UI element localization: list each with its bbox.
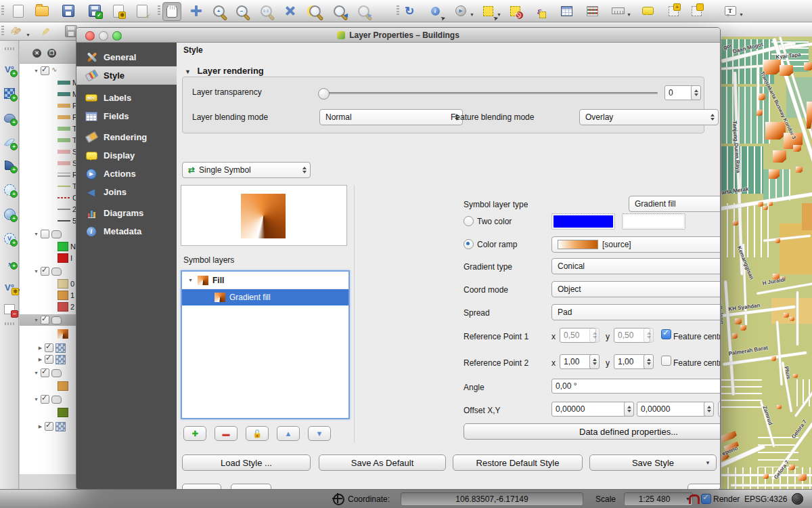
coord-mode-combo[interactable]: Object <box>551 281 721 297</box>
renderer-combo[interactable]: ⇄ Single Symbol <box>182 162 311 178</box>
legend-item-row[interactable] <box>20 380 76 391</box>
layer-group-row[interactable]: ▼ <box>20 394 76 405</box>
map-canvas[interactable]: gor Daan Mogot Kyai Tapa Transjakarta Bu… <box>721 37 812 489</box>
zoom-next-icon[interactable]: ▶ <box>355 2 372 20</box>
legend-item-row[interactable]: 0 <box>20 278 76 289</box>
layer-row-raster[interactable]: ▶ <box>20 342 76 354</box>
ref2-feature-centroid-checkbox[interactable] <box>661 356 671 366</box>
dialog-titlebar[interactable]: Layer Properties – Buildings <box>76 28 720 43</box>
symbol-layer-type-combo[interactable]: Gradient fill <box>629 196 721 212</box>
open-project-icon[interactable] <box>33 2 51 20</box>
zoom-actual-size-icon[interactable]: 1:1 <box>257 2 275 20</box>
tab-rendering[interactable]: Rendering <box>76 128 177 146</box>
field-calculator-icon[interactable] <box>583 2 601 20</box>
layer-group-row[interactable]: ▼∿ <box>20 65 76 77</box>
legend-item-row[interactable]: I <box>20 252 76 263</box>
ref1-x-stepper[interactable] <box>589 328 600 343</box>
add-symbol-layer-button[interactable]: ✚ <box>183 426 206 441</box>
legend-item-row[interactable]: M <box>20 77 76 88</box>
add-wms-layer-icon[interactable]: + <box>1 206 18 222</box>
add-spatialite-layer-icon[interactable]: + <box>1 134 18 150</box>
minimize-window-icon[interactable] <box>99 31 108 41</box>
data-defined-properties-button[interactable]: Data defined properties... <box>464 423 721 440</box>
color-ramp-radio[interactable] <box>464 239 474 249</box>
pan-map-icon[interactable] <box>162 2 181 21</box>
ref1-y-stepper[interactable] <box>644 328 654 343</box>
offset-x-stepper[interactable] <box>624 402 634 417</box>
legend-item-row[interactable]: T <box>20 180 76 192</box>
lock-symbol-layer-button[interactable]: 🔓 <box>246 426 269 441</box>
add-delimited-text-layer-icon[interactable]: ,+ <box>1 253 18 270</box>
angle-field[interactable]: 0,00 ° <box>551 379 721 394</box>
legend-item-row[interactable]: S <box>20 157 76 169</box>
save-project-as-icon[interactable]: ✓ <box>86 2 104 20</box>
expand-arrow-icon[interactable]: ▼ <box>187 278 194 282</box>
legend-item-row[interactable] <box>20 406 76 418</box>
legend-item-row[interactable]: 1 <box>20 289 76 301</box>
deselect-features-icon[interactable]: ⃠ <box>506 2 524 20</box>
tab-style[interactable]: Style <box>76 66 177 85</box>
layer-row-raster[interactable]: ▶ <box>20 354 76 365</box>
two-color-radio[interactable] <box>464 216 474 226</box>
tab-actions[interactable]: ▶ Actions <box>76 165 177 183</box>
transparency-slider-thumb[interactable] <box>318 88 330 100</box>
new-shapefile-layer-icon[interactable]: V°✱▼ <box>1 279 18 295</box>
text-annotation-icon[interactable]: T▼ <box>721 2 739 20</box>
layer-row-buildings-selected[interactable]: ▼ <box>20 314 76 326</box>
zoom-window-icon[interactable] <box>112 31 122 41</box>
move-up-symbol-layer-button[interactable]: ▲ <box>277 426 300 441</box>
run-feature-action-icon[interactable]: ▶▼ <box>452 2 470 20</box>
zoom-in-icon[interactable]: + <box>210 2 227 20</box>
layer-rendering-section[interactable]: ▼ Layer rendering <box>185 66 264 76</box>
ref2-y-stepper[interactable] <box>644 354 654 369</box>
legend-item-row[interactable]: T <box>20 134 76 146</box>
ref1-feature-centroid-checkbox[interactable] <box>661 329 671 339</box>
legend-item-row[interactable]: 2 <box>20 203 76 215</box>
offset-y-field[interactable]: 0,00000 <box>637 402 710 417</box>
legend-item-gradient-row[interactable] <box>20 328 76 339</box>
tab-metadata[interactable]: i Metadata <box>76 222 177 240</box>
select-by-expression-icon[interactable]: ε <box>531 2 548 20</box>
gradient-type-combo[interactable]: Conical <box>551 258 721 274</box>
layer-blending-combo[interactable]: Normal <box>319 109 463 125</box>
magnifier-lock-icon[interactable] <box>689 494 700 504</box>
coordinate-field[interactable]: 106.83507,-6.17149 <box>401 492 583 506</box>
close-window-icon[interactable] <box>85 31 95 41</box>
toggle-editing-icon[interactable]: ✎ <box>37 22 54 40</box>
legend-item-row[interactable]: T <box>20 123 76 134</box>
move-down-symbol-layer-button[interactable]: ▼ <box>308 426 331 441</box>
map-tips-icon[interactable] <box>639 2 656 20</box>
add-mssql-layer-icon[interactable]: + <box>1 157 18 173</box>
load-style-button[interactable]: Load Style ... <box>182 454 311 471</box>
scale-combo[interactable]: 1:25 480 ▼ <box>624 492 693 506</box>
layer-row-raster[interactable]: ▶ <box>20 421 76 432</box>
zoom-full-extent-icon[interactable] <box>281 2 299 20</box>
new-project-icon[interactable] <box>9 2 27 20</box>
remove-symbol-layer-button[interactable]: ▬ <box>215 426 238 441</box>
offset-unit-combo[interactable]: Millimeter <box>718 401 721 417</box>
render-checkbox[interactable] <box>701 494 711 504</box>
legend-item-row[interactable]: M <box>20 88 76 100</box>
zoom-last-icon[interactable]: ◀ <box>330 2 348 20</box>
composer-manager-icon[interactable]: ⌐ <box>133 2 151 20</box>
remove-layer-icon[interactable]: − <box>1 301 18 317</box>
color-one-swatch[interactable] <box>551 213 615 230</box>
layer-group-row[interactable]: ▼ <box>20 266 76 277</box>
layer-group-row[interactable]: ▼ <box>20 367 76 379</box>
help-button[interactable]: Help <box>182 484 221 490</box>
zoom-to-selection-icon[interactable] <box>306 2 323 20</box>
panel-float-icon[interactable]: ❐ <box>47 49 56 58</box>
offset-x-field[interactable]: 0,00000 <box>551 402 630 417</box>
new-print-composer-icon[interactable]: ✱ <box>110 2 127 20</box>
show-bookmarks-icon[interactable] <box>687 2 705 20</box>
tab-joins[interactable]: ◀ Joins <box>76 183 177 201</box>
new-bookmark-icon[interactable]: + <box>664 2 682 20</box>
add-postgis-layer-icon[interactable]: + <box>1 110 18 126</box>
legend-item-row[interactable]: P <box>20 100 76 111</box>
tab-fields[interactable]: Fields <box>76 107 177 125</box>
identify-features-icon[interactable]: i➤ <box>426 2 444 20</box>
tab-diagrams[interactable]: Diagrams <box>76 204 177 222</box>
apply-button[interactable]: Apply <box>231 484 271 490</box>
crs-status-icon[interactable] <box>792 493 803 505</box>
layers-tree[interactable]: ▼∿ M M P P T T S S R T C 2 5 ▼ N I ▼ 0 1… <box>20 64 76 474</box>
